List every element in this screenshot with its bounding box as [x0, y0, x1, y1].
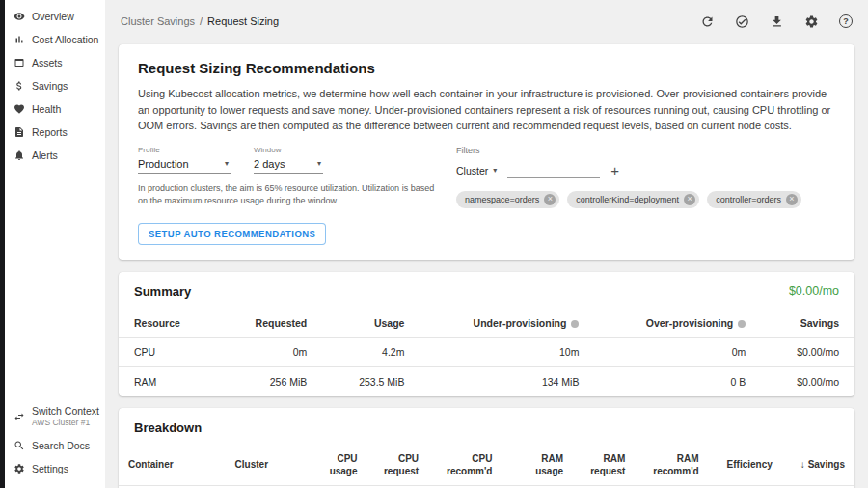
column-savings-sorted[interactable]: ↓Savings: [782, 446, 854, 486]
breadcrumb: Cluster Savings / Request Sizing: [121, 15, 279, 27]
summary-card: Summary $0.00/mo Resource Requested Usag…: [119, 272, 854, 396]
remove-chip-icon[interactable]: ×: [786, 194, 798, 205]
search-icon: [14, 440, 25, 451]
page-content: Request Sizing Recommendations Using Kub…: [105, 42, 868, 488]
switch-context-label: Switch Context: [32, 405, 99, 418]
cell-savings: $0.00/mo: [761, 366, 854, 396]
health-icon: [14, 103, 25, 115]
help-button[interactable]: ?: [839, 14, 853, 28]
filter-type-select[interactable]: Cluster ▾: [456, 165, 497, 178]
refresh-icon: [700, 14, 715, 29]
sidebar-item-reports[interactable]: Reports: [5, 121, 105, 144]
chevron-down-icon: ▾: [493, 166, 497, 175]
column-ram-usage[interactable]: RAMusage: [502, 446, 573, 486]
column-ram-request[interactable]: RAMrequest: [573, 446, 635, 486]
breakdown-header-row: Container Cluster CPUusage CPUrequest CP…: [119, 446, 854, 486]
column-usage: Usage: [322, 310, 420, 338]
summary-title: Summary: [134, 285, 191, 299]
breakdown-table: Container Cluster CPUusage CPUrequest CP…: [119, 446, 854, 488]
remove-chip-icon[interactable]: ×: [544, 194, 556, 205]
cell-resource: RAM: [119, 366, 217, 396]
breakdown-title: Breakdown: [134, 420, 202, 435]
breadcrumb-parent[interactable]: Cluster Savings: [121, 15, 195, 27]
sidebar-item-health[interactable]: Health: [5, 97, 105, 121]
profile-label: Profile: [138, 146, 231, 154]
column-container[interactable]: Container: [119, 446, 226, 486]
cell-requested: 0m: [217, 337, 322, 366]
chevron-down-icon: ▾: [317, 159, 321, 168]
profile-select[interactable]: Production ▾: [138, 157, 231, 174]
sidebar-item-label: Alerts: [32, 149, 58, 161]
current-context: AWS Cluster #1: [32, 418, 99, 428]
column-savings: Savings: [761, 310, 854, 338]
eye-icon: [14, 11, 25, 22]
chip-label: namespace=orders: [465, 195, 539, 204]
sidebar-item-cost-allocation[interactable]: Cost Allocation: [5, 28, 105, 51]
filter-chip-namespace: namespace=orders ×: [456, 191, 559, 208]
chevron-down-icon: ▾: [225, 159, 229, 168]
window-select[interactable]: 2 days ▾: [254, 157, 323, 174]
sidebar: Overview Cost Allocation Assets Savings …: [5, 0, 105, 488]
report-icon: [14, 126, 25, 138]
bell-icon: [14, 149, 25, 161]
swap-arrows-icon: [14, 411, 25, 422]
filter-value-input[interactable]: [507, 162, 600, 178]
column-resource: Resource: [119, 310, 217, 338]
sidebar-item-savings[interactable]: Savings: [5, 74, 105, 97]
sidebar-item-assets[interactable]: Assets: [5, 51, 105, 74]
column-ram-recommended[interactable]: RAMrecomm'd: [635, 446, 708, 486]
sidebar-item-overview[interactable]: Overview: [5, 5, 105, 28]
description-text: Using Kubecost allocation metrics, we de…: [138, 86, 835, 134]
setup-auto-recommendations-button[interactable]: SETUP AUTO RECOMMENDATIONS: [138, 223, 326, 245]
filter-chip-controller: controller=orders ×: [707, 191, 801, 208]
download-icon: [770, 14, 784, 29]
download-button[interactable]: [770, 14, 784, 29]
app-window: Overview Cost Allocation Assets Savings …: [0, 0, 868, 488]
search-docs-label: Search Docs: [32, 440, 90, 451]
diagnostics-button[interactable]: [735, 14, 749, 29]
cell-resource: CPU: [119, 337, 217, 366]
column-cpu-request[interactable]: CPUrequest: [367, 446, 429, 486]
help-icon: ?: [839, 14, 853, 28]
search-docs-button[interactable]: Search Docs: [5, 434, 105, 457]
sidebar-item-label: Reports: [32, 126, 68, 138]
bar-chart-icon: [14, 34, 25, 45]
page-title: Request Sizing Recommendations: [138, 60, 835, 76]
breadcrumb-current: Request Sizing: [207, 15, 279, 27]
filters-label: Filters: [456, 146, 801, 155]
assets-icon: [14, 57, 25, 68]
add-filter-button[interactable]: +: [610, 163, 619, 178]
column-under-provisioning: Under-provisioning: [420, 310, 594, 338]
summary-header-row: Resource Requested Usage Under-provision…: [119, 310, 854, 338]
sort-desc-icon[interactable]: ↓: [800, 459, 805, 470]
switch-context-button[interactable]: Switch Context AWS Cluster #1: [5, 399, 105, 434]
sidebar-footer: Switch Context AWS Cluster #1 Search Doc…: [5, 399, 105, 488]
remove-chip-icon[interactable]: ×: [684, 194, 695, 205]
settings-topbar-button[interactable]: [804, 14, 819, 29]
topbar-actions: ?: [700, 14, 853, 29]
info-icon[interactable]: [571, 320, 579, 328]
sidebar-item-alerts[interactable]: Alerts: [5, 144, 105, 167]
breakdown-card: Breakdown Container Cluster CPUusage CPU…: [119, 408, 854, 488]
refresh-button[interactable]: [700, 14, 715, 29]
gear-icon: [14, 463, 25, 474]
column-cluster[interactable]: Cluster: [226, 446, 314, 486]
main-area: Cluster Savings / Request Sizing ?: [105, 0, 868, 488]
summary-row-ram: RAM 256 MiB 253.5 MiB 134 MiB 0 B $0.00/…: [119, 366, 854, 396]
profile-note: In production clusters, the aim is 65% r…: [138, 182, 439, 208]
window-value: 2 days: [254, 158, 285, 170]
info-icon[interactable]: [738, 320, 746, 328]
cell-over: 0m: [594, 337, 761, 366]
cell-usage: 4.2m: [322, 337, 420, 366]
column-cpu-usage[interactable]: CPUusage: [313, 446, 366, 486]
column-cpu-recommended[interactable]: CPUrecomm'd: [428, 446, 502, 486]
settings-button[interactable]: Settings: [5, 457, 105, 480]
sidebar-item-label: Health: [32, 103, 61, 115]
dollar-icon: [14, 80, 25, 92]
cell-savings: $0.00/mo: [761, 337, 854, 366]
window-label: Window: [254, 146, 323, 154]
summary-row-cpu: CPU 0m 4.2m 10m 0m $0.00/mo: [119, 337, 854, 366]
check-circle-icon: [735, 14, 749, 29]
settings-label: Settings: [32, 463, 68, 474]
column-efficiency[interactable]: Efficiency: [709, 446, 782, 486]
